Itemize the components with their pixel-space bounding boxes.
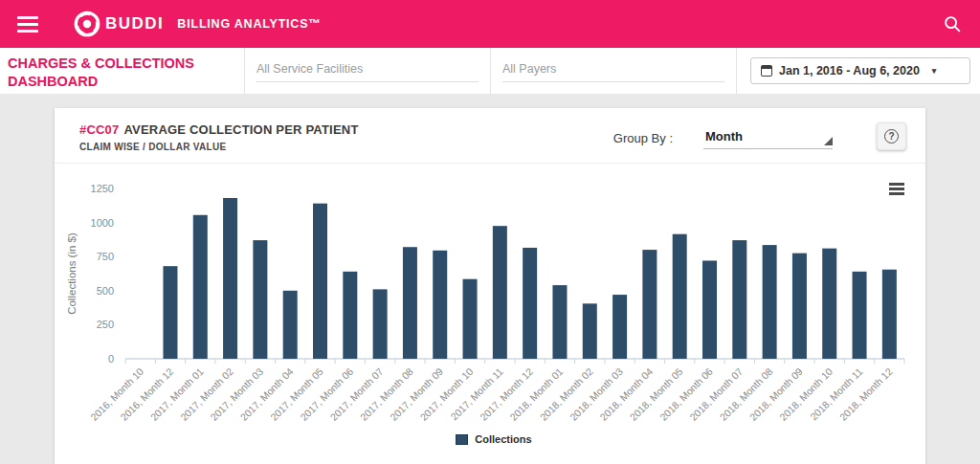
x-tick-label: 2018, Month 05 [628, 365, 685, 423]
payers-input[interactable] [502, 59, 724, 82]
x-tick-label: 2018, Month 11 [808, 365, 865, 423]
card-subtitle: CLAIM WISE / DOLLAR VALUE [79, 142, 613, 152]
group-by-value: Month [705, 129, 743, 144]
calendar-icon [761, 65, 772, 77]
bar[interactable] [732, 240, 746, 359]
search-icon[interactable] [942, 13, 963, 34]
filter-bar: CHARGES & COLLECTIONS DASHBOARD Jan 1, 2… [0, 48, 980, 94]
group-by-control: Group By : Month ? [613, 126, 906, 150]
legend-label: Collections [475, 433, 531, 445]
bar[interactable] [223, 198, 237, 359]
product-name: BILLING ANALYTICS™ [177, 17, 321, 31]
chart-menu-icon[interactable] [889, 183, 904, 195]
y-tick-label: 500 [97, 285, 114, 297]
chart-area: 025050075010001250Collections (in $)2016… [55, 164, 925, 445]
bar[interactable] [552, 285, 567, 359]
bar[interactable] [373, 289, 388, 359]
x-tick-label: 2017, Month 07 [327, 365, 385, 423]
service-facilities-field [245, 48, 491, 94]
y-tick-label: 0 [108, 353, 114, 365]
x-tick-label: 2018, Month 03 [568, 365, 625, 423]
x-tick-label: 2017, Month 09 [388, 365, 445, 423]
x-tick-label: 2018, Month 10 [777, 365, 835, 423]
bar[interactable] [583, 303, 597, 359]
x-tick-label: 2017, Month 08 [358, 365, 415, 423]
y-tick-label: 250 [97, 319, 114, 330]
bar[interactable] [792, 254, 807, 359]
bar[interactable] [763, 245, 777, 359]
bar[interactable] [702, 260, 717, 359]
x-tick-label: 2017, Month 05 [268, 365, 325, 423]
chart-legend: Collections [62, 433, 925, 445]
buddi-logo-icon [73, 10, 101, 38]
date-range-value: Jan 1, 2016 - Aug 6, 2020 [779, 64, 920, 77]
card-title: #CC07AVERAGE COLLECTION PER PATIENT [79, 122, 613, 137]
x-tick-label: 2016, Month 12 [118, 365, 175, 423]
bar[interactable] [853, 272, 867, 359]
x-tick-label: 2018, Month 06 [657, 365, 715, 423]
bar[interactable] [493, 226, 507, 359]
y-axis-title: Collections (in $) [66, 232, 78, 315]
bar[interactable] [283, 291, 298, 359]
date-range-picker[interactable]: Jan 1, 2016 - Aug 6, 2020 ▾ [750, 57, 970, 84]
bar[interactable] [612, 295, 627, 359]
report-title: AVERAGE COLLECTION PER PATIENT [123, 122, 358, 137]
bar[interactable] [403, 247, 417, 359]
bar[interactable] [343, 272, 357, 359]
y-tick-label: 1000 [91, 217, 114, 229]
bar[interactable] [523, 248, 537, 359]
bar[interactable] [642, 250, 657, 359]
x-tick-label: 2018, Month 08 [717, 365, 774, 423]
bar[interactable] [433, 251, 447, 359]
help-button[interactable]: ? [877, 122, 906, 150]
card-title-block: #CC07AVERAGE COLLECTION PER PATIENT CLAI… [79, 122, 613, 152]
bar[interactable] [822, 249, 836, 359]
bar[interactable] [463, 279, 478, 359]
top-app-bar: BUDDI BILLING ANALYTICS™ [0, 0, 980, 48]
x-tick-label: 2017, Month 04 [238, 365, 296, 423]
y-tick-label: 750 [97, 251, 114, 262]
x-tick-label: 2017, Month 03 [208, 365, 265, 423]
brand-name: BUDDI [105, 14, 164, 33]
group-by-select[interactable]: Month [703, 127, 833, 149]
x-tick-label: 2017, Month 06 [298, 365, 355, 423]
page-title: CHARGES & COLLECTIONS DASHBOARD [0, 48, 245, 94]
bar[interactable] [253, 240, 267, 359]
collections-bar-chart: 025050075010001250Collections (in $)2016… [62, 169, 918, 426]
x-tick-label: 2017, Month 01 [148, 365, 206, 423]
x-tick-label: 2016, Month 10 [88, 365, 145, 423]
bar[interactable] [882, 270, 897, 359]
help-icon: ? [884, 129, 899, 144]
legend-swatch [456, 434, 468, 445]
card-header: #CC07AVERAGE COLLECTION PER PATIENT CLAI… [55, 108, 925, 164]
report-code: #CC07 [79, 122, 119, 137]
bar[interactable] [673, 234, 687, 359]
date-range-area: Jan 1, 2016 - Aug 6, 2020 ▾ [737, 48, 980, 94]
y-tick-label: 1250 [91, 183, 114, 194]
dropdown-corner-icon [824, 137, 833, 145]
x-tick-label: 2018, Month 02 [538, 365, 595, 423]
x-tick-label: 2017, Month 02 [178, 365, 235, 423]
x-tick-label: 2017, Month 12 [478, 365, 535, 423]
payers-field [491, 48, 737, 94]
bar[interactable] [163, 266, 177, 359]
chevron-down-icon: ▾ [932, 66, 937, 76]
service-facilities-input[interactable] [256, 59, 479, 82]
x-tick-label: 2018, Month 12 [837, 365, 895, 423]
group-by-label: Group By : [613, 131, 673, 145]
x-tick-label: 2017, Month 11 [448, 365, 505, 423]
x-tick-label: 2018, Month 07 [687, 365, 745, 423]
bar[interactable] [313, 204, 327, 359]
menu-icon[interactable] [17, 16, 38, 33]
x-tick-label: 2017, Month 10 [417, 365, 475, 423]
bar[interactable] [193, 215, 208, 359]
x-tick-label: 2018, Month 09 [747, 365, 805, 423]
x-tick-label: 2018, Month 01 [507, 365, 565, 423]
collections-chart-card: #CC07AVERAGE COLLECTION PER PATIENT CLAI… [55, 108, 925, 464]
page-body: #CC07AVERAGE COLLECTION PER PATIENT CLAI… [0, 94, 980, 464]
x-tick-label: 2018, Month 04 [597, 365, 655, 423]
